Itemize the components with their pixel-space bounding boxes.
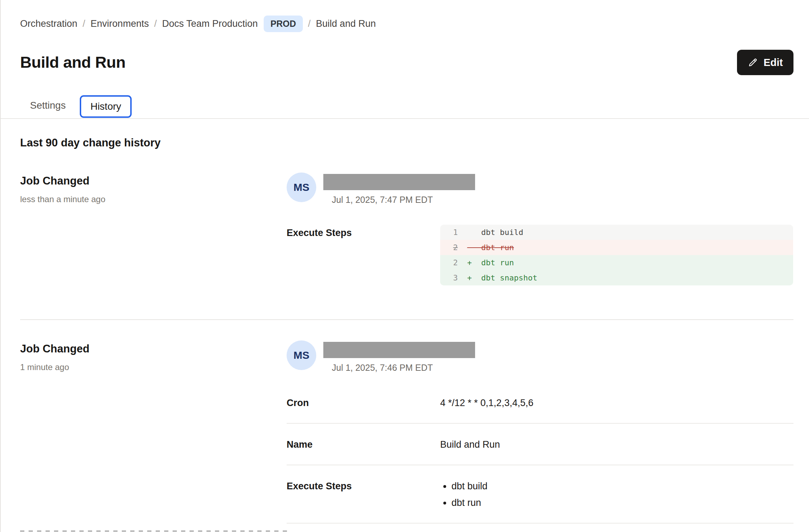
- avatar: MS: [287, 173, 316, 202]
- change-field-row: Execute Stepsdbt builddbt run: [287, 465, 793, 524]
- change-field-row: Cron4 */12 * * 0,1,2,3,4,5,6: [287, 392, 793, 424]
- change-field-row: NameBuild and Run: [287, 424, 793, 465]
- field-value: Build and Run: [440, 439, 793, 451]
- pencil-icon: [748, 57, 758, 68]
- field-label: Execute Steps: [287, 225, 440, 285]
- breadcrumb-environments[interactable]: Environments: [91, 18, 149, 29]
- breadcrumb-separator: /: [308, 18, 311, 29]
- tab-bar-divider: [1, 118, 809, 119]
- tab-settings[interactable]: Settings: [27, 95, 68, 116]
- page-header: Build and Run Edit: [20, 43, 793, 82]
- page-title: Build and Run: [20, 53, 125, 72]
- history-entry: Job Changed less than a minute ago MS Ju…: [20, 158, 793, 320]
- entry-relative-time: less than a minute ago: [20, 194, 287, 204]
- breadcrumb-environment-name[interactable]: Docs Team Production: [162, 18, 258, 29]
- breadcrumb-separator: /: [154, 18, 157, 29]
- execute-steps-list: dbt builddbt run: [440, 480, 793, 509]
- change-details-table: Cron4 */12 * * 0,1,2,3,4,5,6NameBuild an…: [287, 392, 793, 532]
- execute-step-item: dbt run: [451, 497, 793, 509]
- execute-steps-field: Execute Steps 1 dbt build2 − dbt run2 + …: [287, 225, 793, 285]
- change-history-heading: Last 90 day change history: [20, 137, 793, 149]
- tab-bar: Settings History: [20, 94, 793, 120]
- entry-relative-time: 1 minute ago: [20, 362, 287, 372]
- tab-history[interactable]: History: [80, 95, 132, 118]
- field-label: Name: [287, 439, 440, 451]
- breadcrumb: Orchestration / Environments / Docs Team…: [20, 16, 793, 32]
- execute-steps-diff: 1 dbt build2 − dbt run2 + dbt run3 + dbt…: [440, 225, 793, 285]
- cutoff-next-entry-text: [20, 530, 288, 532]
- change-field-row: Generate DocsYes: [287, 524, 793, 532]
- breadcrumb-separator: /: [83, 18, 85, 29]
- field-value: dbt builddbt run: [440, 480, 793, 509]
- diff-line-removed: 2 − dbt run: [440, 240, 793, 255]
- field-label: Cron: [287, 397, 440, 409]
- diff-line-added: 3 + dbt snapshot: [440, 270, 793, 285]
- breadcrumb-orchestration[interactable]: Orchestration: [20, 18, 77, 29]
- edit-button-label: Edit: [763, 57, 783, 68]
- entry-author-meta: MS Jul 1, 2025, 7:46 PM EDT: [287, 340, 793, 373]
- entry-title: Job Changed: [20, 175, 287, 187]
- redacted-author-name: [323, 342, 475, 358]
- breadcrumb-current-job: Build and Run: [316, 18, 376, 29]
- history-entry: Job Changed 1 minute ago MS Jul 1, 2025,…: [20, 320, 793, 532]
- execute-step-item: dbt build: [451, 480, 793, 492]
- redacted-author-name: [323, 174, 475, 190]
- job-history-page: Orchestration / Environments / Docs Team…: [0, 0, 809, 532]
- field-value: 4 */12 * * 0,1,2,3,4,5,6: [440, 397, 793, 409]
- entry-title: Job Changed: [20, 343, 287, 355]
- diff-line-context: 1 dbt build: [440, 225, 793, 240]
- field-label: Execute Steps: [287, 480, 440, 509]
- entry-timestamp: Jul 1, 2025, 7:46 PM EDT: [332, 363, 475, 373]
- edit-button[interactable]: Edit: [737, 50, 793, 75]
- environment-prod-badge: PROD: [264, 16, 302, 32]
- avatar: MS: [287, 340, 316, 370]
- diff-line-added: 2 + dbt run: [440, 255, 793, 270]
- entry-author-meta: MS Jul 1, 2025, 7:47 PM EDT: [287, 173, 793, 205]
- entry-timestamp: Jul 1, 2025, 7:47 PM EDT: [332, 195, 475, 205]
